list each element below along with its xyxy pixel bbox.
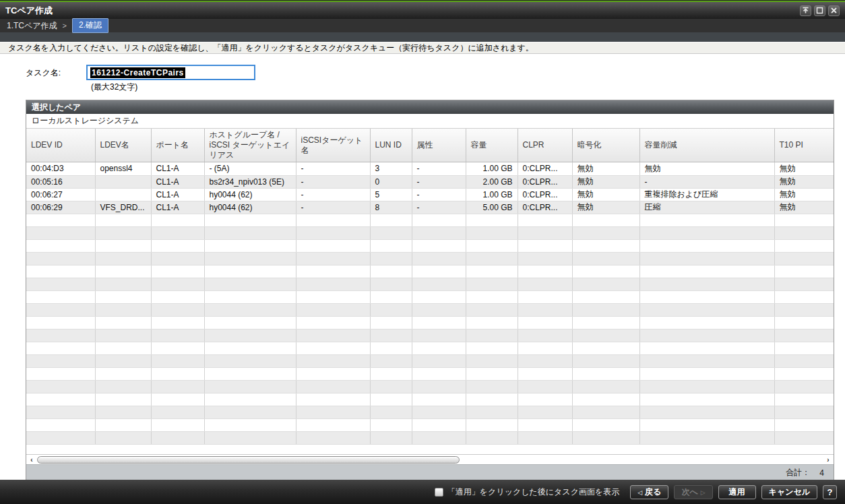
table-row-empty [26, 265, 834, 278]
table-cell [370, 342, 412, 354]
table-row-empty [26, 290, 834, 303]
table-cell [151, 406, 204, 418]
table-cell [412, 367, 466, 380]
back-button[interactable]: ◁ 戻る [630, 485, 668, 499]
column-header[interactable]: CLPR [518, 129, 572, 162]
task-name-input[interactable]: 161212-CreateTCPairs [86, 65, 255, 80]
table-cell [412, 354, 466, 367]
table-cell [26, 367, 95, 380]
table-cell [204, 393, 296, 406]
table-cell [95, 252, 151, 265]
table-cell [26, 239, 95, 252]
horizontal-scrollbar[interactable]: ‹ › [26, 454, 834, 464]
maximize-icon [816, 7, 823, 14]
table-cell [26, 265, 95, 278]
table-cell [639, 265, 774, 278]
table-cell: 無効 [774, 188, 834, 201]
table-cell [26, 393, 95, 406]
collapse-window-button[interactable] [800, 5, 811, 16]
table-cell [639, 214, 774, 226]
table-cell [26, 406, 95, 418]
table-cell [774, 406, 834, 418]
apply-button[interactable]: 適用 [718, 485, 756, 499]
table-cell [774, 431, 834, 444]
table-cell [412, 252, 466, 265]
table-cell [412, 418, 466, 431]
table-cell [774, 367, 834, 380]
task-name-label: タスク名: [26, 67, 61, 79]
column-header[interactable]: T10 PI [774, 129, 834, 162]
table-cell [466, 367, 518, 380]
maximize-window-button[interactable] [814, 5, 825, 16]
table-cell [370, 252, 412, 265]
total-label: 合計： [786, 467, 810, 478]
table-cell [774, 226, 834, 239]
column-header[interactable]: 暗号化 [572, 129, 639, 162]
table-cell [204, 329, 296, 342]
instruction-bar: タスク名を入力してください。リストの設定を確認し、「適用」をクリックするとタスク… [0, 42, 845, 54]
column-header[interactable]: 属性 [412, 129, 466, 162]
cancel-button[interactable]: キャンセル [761, 485, 817, 499]
table-cell [151, 226, 204, 239]
action-bar: 「適用」をクリックした後にタスク画面を表示 ◁ 戻る 次へ ▷ 適用 キャンセル… [0, 480, 845, 504]
table-cell: - [639, 175, 774, 188]
table-cell [95, 303, 151, 316]
table-cell [26, 252, 95, 265]
column-header[interactable]: LUN ID [370, 129, 412, 162]
column-header[interactable]: 容量削減 [639, 129, 774, 162]
total-value: 4 [819, 468, 824, 478]
table-cell [204, 406, 296, 418]
table-cell [639, 303, 774, 316]
column-header[interactable]: iSCSIターゲット名 [296, 129, 370, 162]
table-cell [95, 329, 151, 342]
table-cell [26, 329, 95, 342]
table-cell [572, 303, 639, 316]
help-button[interactable]: ? [823, 485, 837, 499]
next-button[interactable]: 次へ ▷ [674, 485, 712, 499]
table-cell [296, 367, 370, 380]
table-cell [412, 290, 466, 303]
table-cell [26, 431, 95, 444]
table-cell [412, 431, 466, 444]
table-cell [639, 367, 774, 380]
column-header[interactable]: LDEV ID [26, 129, 95, 162]
table-cell [518, 393, 572, 406]
table-cell [639, 252, 774, 265]
table-cell [412, 316, 466, 329]
table-cell [370, 367, 412, 380]
table-cell [518, 418, 572, 431]
close-icon [830, 7, 838, 14]
table-cell [95, 418, 151, 431]
column-header[interactable]: ポート名 [151, 129, 204, 162]
scroll-right-arrow-icon[interactable]: › [824, 455, 832, 464]
breadcrumb-step-2-current: 2.確認 [72, 18, 108, 33]
close-window-button[interactable] [828, 5, 840, 16]
show-task-screen-checkbox[interactable] [435, 488, 443, 497]
table-cell [518, 290, 572, 303]
table-cell [151, 342, 204, 354]
scroll-left-arrow-icon[interactable]: ‹ [28, 455, 36, 464]
column-header[interactable]: LDEV名 [95, 129, 151, 162]
table-cell [296, 342, 370, 354]
table-cell: 0:CLPR... [518, 162, 572, 175]
table-cell [370, 290, 412, 303]
local-storage-system-label: ローカルストレージシステム [26, 114, 834, 129]
column-header[interactable]: ホストグループ名 / iSCSI ターゲットエイリアス [204, 129, 296, 162]
pairs-table-body: 00:04:D3openssl4CL1-A- (5A)-3-1.00 GB0:C… [26, 162, 834, 444]
table-cell [639, 290, 774, 303]
breadcrumb-step-1[interactable]: 1.TCペア作成 [7, 20, 57, 32]
table-cell [26, 290, 95, 303]
next-arrow-icon: ▷ [701, 489, 706, 496]
table-cell [370, 354, 412, 367]
header-row: LDEV IDLDEV名ポート名ホストグループ名 / iSCSI ターゲットエイ… [26, 129, 834, 162]
table-cell [151, 290, 204, 303]
scrollbar-thumb[interactable] [37, 456, 460, 464]
table-cell: 8 [370, 201, 412, 214]
table-row-empty [26, 380, 834, 393]
table-cell [572, 214, 639, 226]
table-cell [518, 329, 572, 342]
table-cell [370, 380, 412, 393]
column-header[interactable]: 容量 [466, 129, 518, 162]
table-cell [296, 393, 370, 406]
table-cell [466, 226, 518, 239]
